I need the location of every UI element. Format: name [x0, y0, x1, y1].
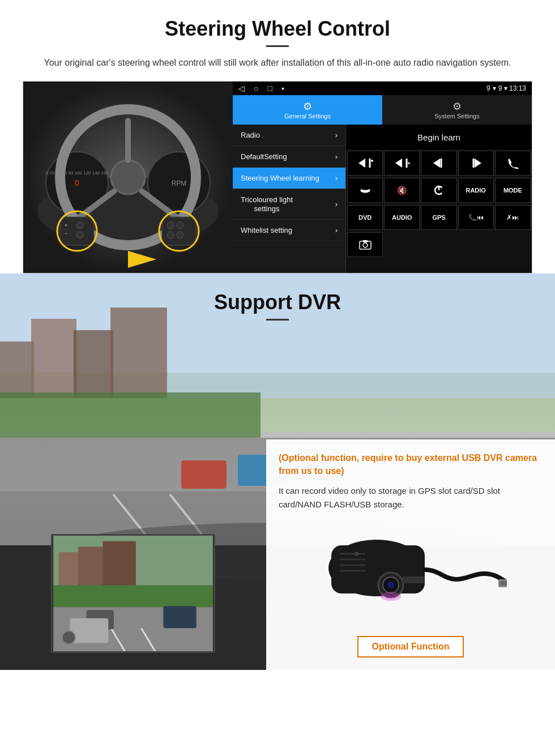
svg-rect-39: [363, 240, 368, 242]
menu-panel: Radio › DefaultSetting › Steering Wheel …: [233, 125, 346, 273]
steering-wheel-svg: 0 20 40 60 80 100 120 140 160 0 RPM: [32, 87, 224, 268]
menu-item-tricoloured[interactable]: Tricoloured lightsettings ›: [233, 189, 345, 220]
svg-point-67: [62, 631, 75, 644]
svg-marker-28: [395, 159, 402, 168]
svg-text:0: 0: [75, 178, 79, 187]
svg-rect-58: [103, 541, 136, 591]
dvr-optional-text: (Optional function, require to buy exter…: [279, 452, 543, 477]
android-ui-panel: ◁ ○ □ ▪ 9 ▾ 9 ▾ 13:13 ⚙ General Settings: [233, 82, 532, 273]
dvr-title: Support DVR: [0, 291, 555, 314]
tab-system-settings[interactable]: ⚙ System Settings: [382, 95, 532, 125]
steering-photo: 0 20 40 60 80 100 120 140 160 0 RPM: [23, 82, 233, 273]
ctrl-prev-minus[interactable]: [384, 151, 420, 176]
svg-rect-57: [78, 546, 106, 591]
ctrl-audio[interactable]: AUDIO: [384, 205, 420, 230]
svg-rect-16: [162, 217, 196, 245]
svg-marker-24: [358, 159, 365, 168]
steering-section: Steering Wheel Control Your original car…: [0, 0, 555, 274]
ctrl-mode[interactable]: MODE: [495, 178, 531, 203]
svg-marker-31: [433, 159, 440, 168]
statusbar-right-icons: 9 ▾ 9 ▾ 13:13: [486, 84, 526, 92]
menu-item-radio-label: Radio: [241, 131, 260, 139]
ctrl-hangup[interactable]: [347, 178, 383, 203]
steering-divider: [266, 45, 289, 47]
dvr-camera-svg: [314, 523, 507, 625]
svg-point-19: [167, 232, 174, 238]
android-tabs: ⚙ General Settings ⚙ System Settings: [233, 95, 532, 125]
prev-minus-icon: [394, 157, 410, 169]
statusbar-time: 9 ▾ 13:13: [498, 84, 526, 92]
svg-rect-64: [125, 607, 155, 628]
ctrl-gps[interactable]: GPS: [421, 205, 456, 230]
optional-function-area: Optional Function: [279, 636, 543, 657]
dvr-camera-area: [279, 523, 543, 625]
begin-learn-button[interactable]: Begin learn: [346, 125, 532, 150]
ctrl-prev[interactable]: [421, 151, 456, 176]
ctrl-next[interactable]: [458, 151, 494, 176]
svg-point-38: [363, 243, 368, 247]
gear-icon: ⚙: [303, 100, 312, 113]
svg-point-17: [167, 222, 174, 229]
ctrl-mute[interactable]: 🔇: [384, 178, 420, 203]
power-icon: [433, 185, 445, 196]
chevron-icon-5: ›: [335, 226, 338, 234]
settings-icon: ⚙: [452, 100, 462, 113]
ctrl-dvd[interactable]: DVD: [347, 205, 383, 230]
menu-item-radio[interactable]: Radio ›: [233, 125, 345, 146]
dvr-overlay: (Optional function, require to buy exter…: [0, 439, 555, 670]
chevron-icon-3: ›: [335, 174, 338, 182]
recents-icon[interactable]: □: [267, 84, 272, 93]
svg-rect-43: [74, 330, 113, 398]
ctrl-phone-prev[interactable]: 📞⏮: [458, 205, 494, 230]
home-icon[interactable]: ○: [254, 84, 258, 93]
camera-icon: [358, 239, 372, 250]
menu-item-whitelist[interactable]: Whitelist setting ›: [233, 220, 345, 241]
ctrl-power[interactable]: [421, 178, 456, 203]
dvr-description: It can record video only to storage in G…: [279, 484, 543, 511]
svg-rect-37: [360, 241, 371, 249]
svg-point-14: [76, 222, 83, 229]
ctrl-camera[interactable]: [347, 232, 383, 257]
svg-rect-79: [500, 581, 507, 586]
menu-item-steering[interactable]: Steering Wheel learning ›: [233, 168, 345, 189]
menu-item-default[interactable]: DefaultSetting ›: [233, 146, 345, 168]
dvr-screen-preview: [51, 534, 215, 653]
ctrl-mute-next[interactable]: ✗⏭: [495, 205, 531, 230]
signal-icon: 9: [486, 84, 490, 92]
dvr-section: Support DVR: [0, 274, 555, 670]
back-icon[interactable]: ◁: [238, 84, 245, 93]
control-grid-row1: [346, 150, 532, 177]
dvr-content: Support DVR: [0, 274, 555, 321]
ctrl-phone[interactable]: [495, 151, 531, 176]
svg-rect-41: [0, 341, 34, 398]
ctrl-radio[interactable]: RADIO: [458, 178, 494, 203]
menu-icon[interactable]: ▪: [281, 84, 284, 93]
prev-plus-icon: [357, 157, 373, 169]
svg-rect-45: [0, 392, 261, 438]
menu-item-steering-label: Steering Wheel learning: [241, 174, 319, 182]
svg-text:+: +: [65, 223, 67, 228]
svg-rect-77: [402, 576, 425, 583]
begin-learn-area: Begin learn: [346, 125, 532, 150]
next-icon: [469, 157, 483, 169]
svg-text:RPM: RPM: [172, 180, 187, 187]
steering-description: Your original car's steering wheel contr…: [34, 56, 521, 70]
svg-rect-56: [59, 552, 81, 591]
phone-icon: [506, 157, 519, 169]
svg-text:−: −: [65, 230, 67, 236]
menu-item-whitelist-label: Whitelist setting: [241, 226, 292, 234]
tab-system-label: System Settings: [434, 113, 479, 119]
svg-rect-42: [31, 319, 76, 398]
hangup-icon: [359, 185, 372, 196]
svg-marker-33: [475, 159, 481, 168]
dvr-left-column: [0, 534, 266, 670]
optional-function-button[interactable]: Optional Function: [357, 636, 464, 657]
prev-icon: [432, 157, 446, 169]
tab-general-settings[interactable]: ⚙ General Settings: [233, 95, 382, 125]
svg-marker-23: [128, 251, 156, 268]
tab-general-label: General Settings: [284, 113, 331, 119]
ctrl-prev-plus[interactable]: [347, 151, 383, 176]
android-statusbar: ◁ ○ □ ▪ 9 ▾ 9 ▾ 13:13: [233, 82, 532, 95]
svg-rect-44: [110, 307, 167, 398]
control-grid-row2: 🔇 RADIO MODE: [346, 177, 532, 204]
